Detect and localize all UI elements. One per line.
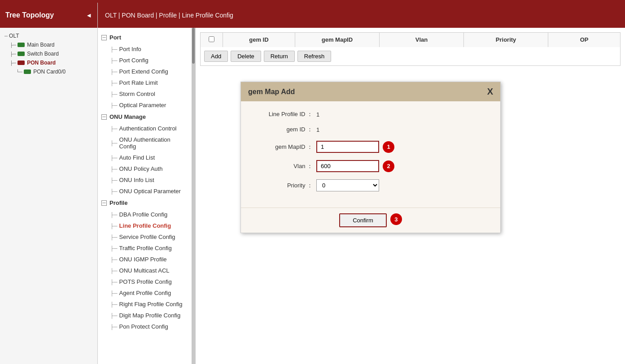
board-icon-ponboard [17,61,25,65]
nav-item-storm-control[interactable]: Storm Control [98,88,192,100]
collapse-arrow[interactable]: ◄ [86,12,92,19]
tree-node-poncard[interactable]: └─ PON Card0/0 [0,67,97,76]
section-icon-profile: ─ [101,200,107,206]
form-input-gem-map-id[interactable] [316,141,379,153]
nav-item-agent-profile-config[interactable]: Agent Profile Config [98,287,192,299]
expand-icon-mainboard: ├─ [10,43,16,48]
form-label-priority: Priority ： [254,182,313,190]
nav-item-traffic-profile-config[interactable]: Traffic Profile Config [98,243,192,254]
nav-item-port-rate-limit[interactable]: Port Rate Limit [98,77,192,88]
header-checkbox[interactable] [209,36,214,42]
form-select-priority[interactable]: 0 1 2 3 4 5 6 7 [316,179,379,191]
expand-icon-ponboard: ├─ [10,61,16,65]
breadcrumb: OLT | PON Board | Profile | Line Profile… [105,12,233,19]
section-icon-onu-manage: ─ [101,114,107,120]
th-gem-id: gem ID [223,33,295,47]
tree-label-olt: OLT [9,33,19,39]
expand-icon-olt: ─ [4,34,8,39]
th-op: OP [548,33,620,47]
nav-item-right-flag-profile-config[interactable]: Right Flag Profile Config [98,299,192,310]
main-panel: gem ID gem MapID Vlan Priority OP Add De… [196,28,625,364]
return-button[interactable]: Return [264,51,295,62]
sidebar-header: Tree Topology ◄ [0,3,97,28]
tree-node-ponboard[interactable]: ├─ PON Board [0,58,97,67]
form-label-line-profile-id: Line Profile ID ： [254,110,313,118]
form-input-vlan[interactable] [316,160,379,172]
form-row-priority: Priority ： 0 1 2 3 4 5 6 7 [254,179,487,191]
nav-item-service-profile-config[interactable]: Service Profile Config [98,231,192,243]
add-button[interactable]: Add [204,51,228,62]
content-body: ─ Port Port Info Port Config Port Extend… [98,28,625,364]
step-badge-1: 1 [383,141,394,153]
table-actions: Add Delete Return Refresh [200,47,621,66]
nav-item-dba-profile-config[interactable]: DBA Profile Config [98,209,192,220]
nav-item-pon-protect-config[interactable]: Pon Protect Config [98,321,192,332]
section-icon-port: ─ [101,35,107,40]
content-area: OLT | PON Board | Profile | Line Profile… [98,3,625,364]
nav-item-digit-map-profile-config[interactable]: Digit Map Profile Config [98,310,192,321]
nav-item-onu-policy-auth[interactable]: ONU Policy Auth [98,163,192,174]
th-check [201,33,223,47]
modal-footer: Confirm 3 [241,208,500,233]
confirm-button[interactable]: Confirm [339,213,387,227]
nav-item-port-extend-config[interactable]: Port Extend Config [98,66,192,77]
tree-node-mainboard[interactable]: ├─ Main Board [0,40,97,49]
form-value-line-profile-id: 1 [316,111,352,118]
nav-item-onu-auth-config[interactable]: ONU Authentication Config [98,134,192,152]
expand-icon-switchboard: ├─ [10,52,16,56]
nav-item-auto-find-list[interactable]: Auto Find List [98,152,192,163]
form-value-gem-id: 1 [316,126,352,133]
nav-section-onu-manage[interactable]: ─ ONU Manage [98,111,192,123]
nav-scrollbar[interactable] [192,28,195,364]
form-label-vlan: Vlan ： [254,162,313,170]
form-label-gem-id: gem ID ： [254,126,313,134]
nav-section-port[interactable]: ─ Port [98,31,192,43]
expand-icon-poncard: └─ [16,69,22,74]
nav-section-profile[interactable]: ─ Profile [98,197,192,209]
step-badge-2: 2 [383,160,394,172]
th-gem-map-id: gem MapID [295,33,380,47]
board-icon-poncard [24,69,31,74]
section-label-onu-manage: ONU Manage [109,113,146,120]
tree-label-mainboard: Main Board [27,42,54,48]
tree-node-switchboard[interactable]: ├─ Switch Board [0,49,97,58]
form-label-gem-map-id: gem MapID ： [254,143,313,151]
delete-button[interactable]: Delete [231,51,261,62]
nav-item-pots-profile-config[interactable]: POTS Profile Config [98,276,192,287]
nav-item-onu-optical-param[interactable]: ONU Optical Parameter [98,186,192,197]
th-vlan: Vlan [380,33,464,47]
nav-item-auth-control[interactable]: Authentication Control [98,123,192,134]
tree-label-ponboard: PON Board [27,60,56,66]
nav-item-line-profile-config[interactable]: Line Profile Config [98,220,192,231]
nav-item-onu-info-list[interactable]: ONU Info List [98,174,192,186]
section-label-profile: Profile [109,199,127,206]
board-icon-mainboard [17,43,25,47]
sidebar: Tree Topology ◄ ─ OLT ├─ Main Board ├─ S… [0,3,98,364]
form-row-line-profile-id: Line Profile ID ： 1 [254,110,487,118]
step-badge-3: 3 [390,213,402,225]
nav-item-optical-parameter[interactable]: Optical Parameter [98,100,192,111]
modal-body: Line Profile ID ： 1 gem ID ： 1 gem MapID… [241,101,500,208]
nav-item-port-info[interactable]: Port Info [98,43,192,55]
tree-label-switchboard: Switch Board [27,51,59,57]
board-icon-switchboard [17,52,25,56]
form-row-gem-map-id: gem MapID ： 1 [254,141,487,153]
nav-item-port-config[interactable]: Port Config [98,55,192,66]
tree-label-poncard: PON Card0/0 [33,69,66,75]
nav-item-onu-multicast-acl[interactable]: ONU Multicast ACL [98,265,192,276]
sidebar-title: Tree Topology [5,11,54,19]
table-header: gem ID gem MapID Vlan Priority OP [200,32,621,47]
section-label-port: Port [109,34,121,41]
tree-node-olt[interactable]: ─ OLT [0,31,97,40]
nav-panel: ─ Port Port Info Port Config Port Extend… [98,28,196,364]
modal-close-button[interactable]: X [487,87,493,97]
tree-area: ─ OLT ├─ Main Board ├─ Switch Board ├─ P… [0,28,97,364]
modal-header: gem Map Add X [241,82,500,101]
nav-scrollbar-thumb [192,28,195,64]
nav-item-onu-igmp-profile[interactable]: ONU IGMP Profile [98,254,192,265]
modal-title: gem Map Add [248,88,295,96]
breadcrumb-bar: OLT | PON Board | Profile | Line Profile… [98,3,625,28]
refresh-button[interactable]: Refresh [297,51,332,62]
th-priority: Priority [464,33,548,47]
main-layout: Tree Topology ◄ ─ OLT ├─ Main Board ├─ S… [0,3,625,364]
